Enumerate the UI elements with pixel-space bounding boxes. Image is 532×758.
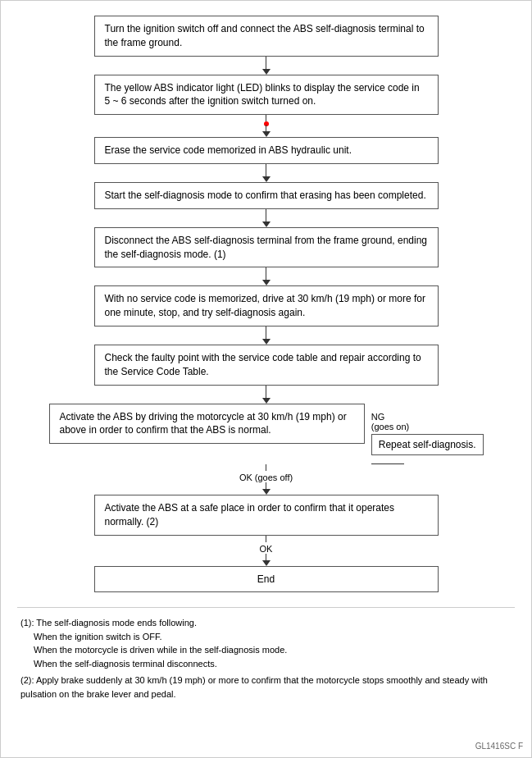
ng-label-text: NG(goes on): [371, 412, 409, 432]
arrow-5: [261, 267, 271, 285]
flowchart-box-8: Activate the ABS by driving the motorcyc…: [49, 404, 365, 445]
flowchart-box-3: Erase the service code memorized in ABS …: [94, 137, 439, 164]
footnote-2: (2): Apply brake suddenly at 30 km/h (19…: [20, 674, 512, 701]
arrow-3: [261, 164, 271, 182]
footnote-1-line1: When the ignition switch is OFF.: [34, 630, 512, 644]
flowchart-text-6: With no service code is memorized, drive…: [105, 293, 425, 318]
page: Turn the ignition switch off and connect…: [0, 0, 532, 758]
ng-box-text: Repeat self-diagnosis.: [379, 439, 476, 450]
flowchart-text-3: Erase the service code memorized in ABS …: [105, 144, 352, 156]
ng-row: Activate the ABS by driving the motorcyc…: [49, 404, 484, 465]
ok-label-2: OK: [260, 544, 273, 554]
ok-line: [266, 464, 267, 471]
arrow-1: [261, 57, 271, 75]
flowchart-text-4: Start the self-diagnosis mode to confirm…: [105, 190, 426, 201]
ok-label-1: OK (goes off): [239, 473, 293, 482]
flowchart-text-1: Turn the ignition switch off and connect…: [105, 23, 425, 48]
footnote-1-line2: When the motorcycle is driven while in t…: [34, 643, 512, 657]
ok2-line: [266, 536, 267, 542]
flowchart-box-9: Activate the ABS at a safe place in orde…: [94, 495, 439, 536]
flowchart-text-9: Activate the ABS at a safe place in orde…: [105, 502, 395, 527]
flowchart: Turn the ignition switch off and connect…: [17, 16, 515, 592]
flowchart-box-5: Disconnect the ABS self-diagnosis termin…: [94, 227, 439, 268]
arrow-line-bot: [266, 125, 267, 131]
ok-arrow-head: [262, 489, 271, 495]
arrow-line-top: [266, 115, 267, 121]
footnote-1-title: (1): The self-diagnosis mode ends follow…: [20, 616, 512, 630]
flowchart-text-10: End: [257, 573, 275, 585]
ok-arrow-1: OK (goes off): [239, 464, 293, 495]
flowchart-text-8: Activate the ABS by driving the motorcyc…: [60, 411, 347, 436]
arrow-7: [261, 386, 271, 404]
arrow-4: [261, 209, 271, 227]
page-code: GL1416SC F: [475, 742, 523, 751]
ok-arrow-2: OK: [260, 536, 273, 566]
arrow-head: [262, 131, 271, 137]
ng-box: Repeat self-diagnosis.: [371, 434, 484, 455]
flowchart-box-2: The yellow ABS indicator light (LED) bli…: [94, 75, 439, 116]
flowchart-text-7: Check the faulty point with the service …: [105, 352, 421, 377]
flowchart-box-4: Start the self-diagnosis mode to confirm…: [94, 182, 439, 209]
ok2-line-2: [266, 554, 267, 560]
ok2-arrow-head: [262, 560, 271, 566]
flowchart-box-7: Check the faulty point with the service …: [94, 345, 439, 386]
ng-label: NG(goes on): [371, 412, 409, 432]
ok-line-2: [266, 482, 267, 489]
ng-arrow-line: [371, 463, 404, 465]
flowchart-box-10: End: [94, 566, 439, 593]
flowchart-box-6: With no service code is memorized, drive…: [94, 285, 439, 326]
arrow-6: [261, 326, 271, 345]
flowchart-text-5: Disconnect the ABS self-diagnosis termin…: [105, 235, 428, 260]
flowchart-box-1: Turn the ignition switch off and connect…: [94, 16, 439, 57]
flowchart-text-2: The yellow ABS indicator light (LED) bli…: [105, 82, 420, 107]
arrow-2-wrap: [262, 115, 271, 137]
ng-side: NG(goes on) Repeat self-diagnosis.: [371, 412, 484, 465]
footnotes: (1): The self-diagnosis mode ends follow…: [17, 607, 515, 701]
footnote-1-line3: When the self-diagnosis terminal disconn…: [34, 657, 512, 671]
